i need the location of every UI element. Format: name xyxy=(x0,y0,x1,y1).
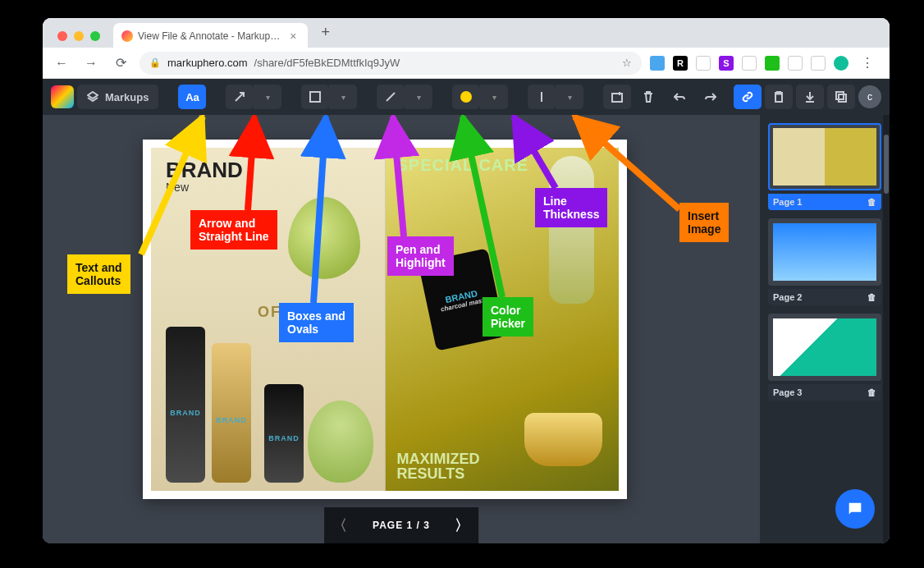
pager-next-button[interactable]: 〉 xyxy=(455,515,470,535)
callout-shape-tool: Boxes andOvals xyxy=(279,303,354,342)
doc-sub-heading: New xyxy=(166,181,189,194)
page-thumbnail[interactable] xyxy=(768,123,881,190)
link-icon xyxy=(742,91,753,103)
undo-icon xyxy=(674,91,685,103)
line-thickness-icon xyxy=(536,91,547,103)
text-tool-button[interactable]: Aa xyxy=(178,85,206,109)
arrow-icon xyxy=(234,91,245,103)
browser-chrome: View File & Annotate - Markup… × + ← → ⟳… xyxy=(43,18,890,79)
extension-icon[interactable] xyxy=(742,56,757,71)
download-button[interactable] xyxy=(796,85,824,109)
shape-tool-dropdown[interactable]: ▾ xyxy=(329,85,357,109)
page-thumbnail-item[interactable]: Page 2 🗑 xyxy=(768,218,881,305)
image-plus-icon xyxy=(611,91,623,103)
color-picker-dropdown[interactable]: ▾ xyxy=(480,85,508,109)
pen-tool-dropdown[interactable]: ▾ xyxy=(405,85,432,109)
pager-prev-button[interactable]: 〈 xyxy=(332,515,348,535)
page-navigator: 〈 PAGE 1 / 3 〉 xyxy=(324,507,478,543)
shape-tool-button[interactable] xyxy=(301,85,329,109)
clipboard-icon xyxy=(773,91,784,103)
arrow-tool-dropdown[interactable]: ▾ xyxy=(254,85,281,109)
extension-icon[interactable] xyxy=(811,56,826,71)
window-minimize-icon[interactable] xyxy=(74,31,84,41)
delete-page-button[interactable]: 🗑 xyxy=(867,197,876,207)
doc-tube-small: BRAND xyxy=(264,384,304,483)
tab-title: View File & Annotate - Markup… xyxy=(138,30,280,42)
pen-icon xyxy=(385,91,396,103)
browser-tab-active[interactable]: View File & Annotate - Markup… × xyxy=(113,23,308,48)
app-logo-icon[interactable] xyxy=(51,85,74,108)
page-thumbnail-label: Page 1 xyxy=(773,197,802,207)
line-thickness-dropdown[interactable]: ▾ xyxy=(556,85,583,109)
user-avatar[interactable]: c xyxy=(858,85,881,108)
nav-back-button[interactable]: ← xyxy=(51,56,72,71)
doc-tube-gold: BRAND xyxy=(212,343,251,483)
callout-arrow-tool: Arrow andStraight Line xyxy=(190,210,277,250)
svg-rect-1 xyxy=(541,92,542,102)
copy-button[interactable] xyxy=(765,85,793,109)
window-close-icon[interactable] xyxy=(57,31,67,41)
page-thumbnail-item[interactable]: Page 3 🗑 xyxy=(768,314,881,401)
delete-page-button[interactable]: 🗑 xyxy=(867,387,876,397)
doc-tube-black: BRAND xyxy=(166,327,205,483)
markups-label: Markups xyxy=(105,91,149,103)
callout-pen-tool: Pen andHighlight xyxy=(387,236,454,276)
delete-button[interactable] xyxy=(634,85,662,109)
doc-brand-heading: BRAND xyxy=(166,158,243,183)
markup-app: Markups Aa ▾ ▾ ▾ ▾ ▾ xyxy=(43,79,890,543)
svg-rect-5 xyxy=(836,92,844,99)
lock-icon: 🔒 xyxy=(149,57,161,68)
nav-reload-button[interactable]: ⟳ xyxy=(110,55,131,71)
new-tab-button[interactable]: + xyxy=(313,18,338,48)
color-swatch-icon xyxy=(460,91,472,103)
window-zoom-icon[interactable] xyxy=(90,31,100,41)
extension-icon[interactable] xyxy=(696,56,711,71)
page-thumbnail-footer: Page 2 🗑 xyxy=(768,289,881,305)
share-link-button[interactable] xyxy=(734,85,762,109)
page-thumbnail-label: Page 3 xyxy=(773,387,802,397)
duplicate-button[interactable] xyxy=(827,85,855,109)
doc-special-heading: SPECIAL CARE xyxy=(397,156,529,175)
callout-image-tool: InsertImage xyxy=(679,203,729,242)
nav-forward-button[interactable]: → xyxy=(80,56,102,71)
insert-image-button[interactable] xyxy=(603,85,631,109)
canvas-stage[interactable]: BRAND New OF SKIN BRAND BRAND BRAND SPEC… xyxy=(43,115,760,543)
browser-tab-bar: View File & Annotate - Markup… × + xyxy=(43,18,890,48)
scrollbar-thumb[interactable] xyxy=(884,135,889,194)
extension-icon[interactable] xyxy=(650,56,665,71)
support-chat-button[interactable] xyxy=(835,489,875,529)
tab-favicon-icon xyxy=(121,30,133,42)
pager-label: PAGE 1 / 3 xyxy=(373,520,430,531)
page-thumbnail-label: Page 2 xyxy=(773,292,802,302)
extension-icon[interactable] xyxy=(788,56,803,71)
page-thumbnail[interactable] xyxy=(768,218,881,286)
color-picker-button[interactable] xyxy=(452,85,480,109)
line-thickness-button[interactable] xyxy=(528,85,556,109)
undo-button[interactable] xyxy=(666,85,693,109)
trash-icon xyxy=(643,91,654,103)
markups-dropdown[interactable]: Markups xyxy=(77,85,158,109)
extension-icon[interactable]: S xyxy=(719,56,734,71)
browser-menu-icon[interactable]: ⋮ xyxy=(857,55,878,71)
doc-lotion-graphic xyxy=(288,197,360,279)
extension-icon[interactable]: R xyxy=(673,56,688,71)
copy-icon xyxy=(835,91,847,103)
browser-window: View File & Annotate - Markup… × + ← → ⟳… xyxy=(43,18,890,543)
redo-button[interactable] xyxy=(697,85,725,109)
page-thumbnail-item[interactable]: Page 1 🗑 xyxy=(768,123,881,210)
delete-page-button[interactable]: 🗑 xyxy=(867,292,876,302)
star-icon[interactable]: ☆ xyxy=(622,57,632,69)
doc-jar-graphic xyxy=(524,413,602,466)
url-input[interactable]: 🔒 markuphero.com/share/dF5feBkEDMttfkIq9… xyxy=(140,52,642,75)
profile-avatar-icon[interactable] xyxy=(834,56,849,71)
tab-close-icon[interactable]: × xyxy=(290,30,296,43)
svg-rect-6 xyxy=(839,94,846,102)
page-thumbnail[interactable] xyxy=(768,314,881,381)
pen-tool-button[interactable] xyxy=(377,85,405,109)
extension-icon[interactable] xyxy=(765,56,780,71)
chat-icon xyxy=(846,500,864,518)
doc-maxres-text: MAXIMIZED RESULTS xyxy=(397,451,480,481)
browser-extensions: R S ⋮ xyxy=(650,55,881,71)
arrow-tool-button[interactable] xyxy=(226,85,254,109)
square-icon xyxy=(309,91,321,103)
